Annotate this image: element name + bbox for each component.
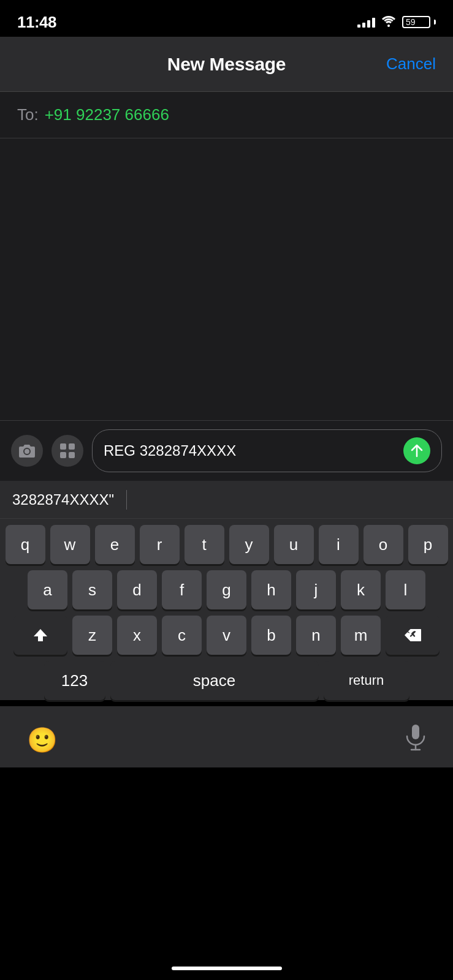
space-key[interactable]: space (110, 661, 319, 700)
key-u[interactable]: u (274, 525, 314, 564)
key-row-4: 123 space return (4, 661, 449, 700)
home-indicator (172, 967, 282, 970)
key-x[interactable]: x (117, 616, 157, 655)
input-toolbar: REG 3282874XXXX (0, 420, 453, 481)
status-bar: 11:48 59 (0, 0, 453, 37)
keyboard: q w e r t y u i o p a s d f g h j k l z … (0, 519, 453, 700)
svg-rect-2 (69, 443, 75, 450)
key-t[interactable]: t (185, 525, 224, 564)
appstore-button[interactable] (51, 435, 83, 467)
key-e[interactable]: e (95, 525, 135, 564)
svg-point-0 (387, 24, 390, 27)
key-q[interactable]: q (6, 525, 45, 564)
return-key[interactable]: return (324, 661, 409, 700)
key-b[interactable]: b (251, 616, 291, 655)
key-r[interactable]: r (140, 525, 180, 564)
key-v[interactable]: v (207, 616, 246, 655)
key-i[interactable]: i (319, 525, 359, 564)
wifi-icon (381, 15, 396, 30)
shift-key[interactable] (13, 616, 67, 655)
svg-rect-4 (69, 452, 75, 458)
mic-button[interactable] (405, 724, 426, 756)
emoji-button[interactable]: 🙂 (27, 726, 58, 755)
signal-icon (357, 17, 375, 28)
camera-button[interactable] (11, 435, 43, 467)
status-icons: 59 (357, 15, 436, 30)
autocomplete-suggestion[interactable]: 3282874XXXX" (12, 491, 114, 508)
key-w[interactable]: w (50, 525, 90, 564)
key-j[interactable]: j (296, 570, 336, 609)
recipient-number: +91 92237 66666 (45, 105, 169, 124)
key-o[interactable]: o (364, 525, 403, 564)
message-text: REG 3282874XXXX (104, 442, 397, 459)
key-n[interactable]: n (296, 616, 336, 655)
autocomplete-bar: 3282874XXXX" (0, 481, 453, 519)
key-g[interactable]: g (207, 570, 246, 609)
svg-rect-3 (60, 452, 66, 458)
to-label: To: (17, 105, 39, 124)
key-f[interactable]: f (162, 570, 202, 609)
autocomplete-divider (126, 490, 127, 510)
to-field[interactable]: To: +91 92237 66666 (0, 92, 453, 138)
key-a[interactable]: a (28, 570, 67, 609)
message-input[interactable]: REG 3282874XXXX (92, 429, 442, 472)
key-row-2: a s d f g h j k l (4, 570, 449, 609)
battery-level: 59 (406, 18, 416, 26)
svg-rect-1 (60, 443, 66, 450)
key-z[interactable]: z (72, 616, 112, 655)
status-time: 11:48 (17, 13, 56, 32)
key-d[interactable]: d (117, 570, 157, 609)
key-h[interactable]: h (251, 570, 291, 609)
key-l[interactable]: l (386, 570, 425, 609)
key-y[interactable]: y (229, 525, 269, 564)
page-title: New Message (167, 54, 286, 75)
key-c[interactable]: c (162, 616, 202, 655)
backspace-key[interactable] (386, 616, 440, 655)
key-p[interactable]: p (408, 525, 448, 564)
send-button[interactable] (403, 437, 430, 464)
message-area[interactable] (0, 138, 453, 420)
key-row-1: q w e r t y u i o p (4, 525, 449, 564)
bottom-bar: 🙂 (0, 706, 453, 767)
key-s[interactable]: s (72, 570, 112, 609)
svg-rect-5 (412, 725, 419, 739)
battery-indicator: 59 (402, 16, 436, 28)
nav-bar: New Message Cancel (0, 37, 453, 92)
key-m[interactable]: m (341, 616, 381, 655)
key-row-3: z x c v b n m (4, 616, 449, 655)
cancel-button[interactable]: Cancel (386, 55, 436, 74)
num-key[interactable]: 123 (44, 661, 105, 700)
key-k[interactable]: k (341, 570, 381, 609)
